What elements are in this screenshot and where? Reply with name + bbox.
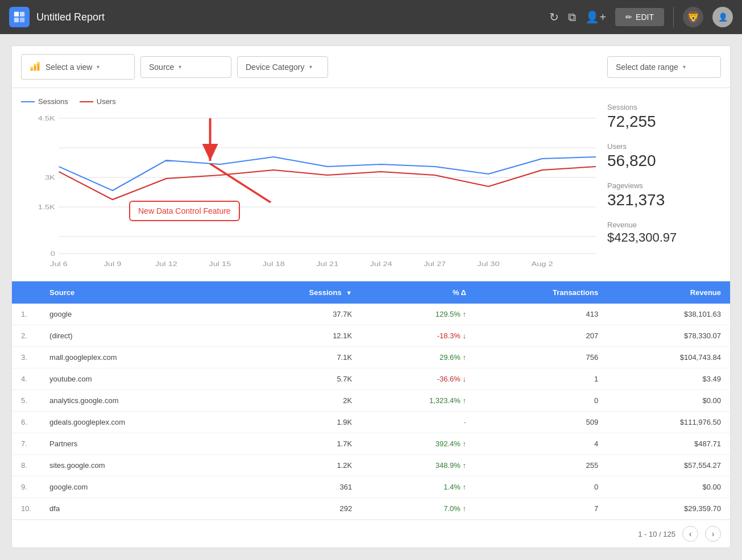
row-revenue: $38,101.63 bbox=[607, 304, 730, 325]
date-selector[interactable]: Select date range ▾ bbox=[607, 56, 721, 78]
row-num: 4. bbox=[12, 368, 40, 390]
row-transactions: 7 bbox=[475, 498, 607, 520]
row-delta: 1,323.4% ↑ bbox=[361, 390, 475, 412]
stat-revenue: Revenue $423,300.97 bbox=[607, 221, 721, 245]
svg-line-22 bbox=[210, 164, 271, 202]
row-source: (direct) bbox=[40, 325, 234, 347]
table-row: 7. Partners 1.7K 392.4% ↑ 4 $487.71 bbox=[12, 433, 730, 455]
col-sessions[interactable]: Sessions ▼ bbox=[234, 281, 361, 304]
copy-icon[interactable]: ⧉ bbox=[568, 11, 576, 24]
row-num: 6. bbox=[12, 412, 40, 433]
chevron-down-icon: ▾ bbox=[97, 64, 100, 70]
stat-users: Users 56,820 bbox=[607, 142, 721, 170]
row-source: mall.googleplex.com bbox=[40, 347, 234, 368]
col-source[interactable]: Source bbox=[40, 281, 234, 304]
row-revenue: $3.49 bbox=[607, 368, 730, 390]
row-num: 3. bbox=[12, 347, 40, 368]
svg-text:Jul 21: Jul 21 bbox=[316, 260, 338, 268]
app-logo bbox=[9, 7, 30, 27]
chart-legend: Sessions Users bbox=[21, 97, 596, 106]
source-label: Source bbox=[149, 63, 174, 72]
legend-users: Users bbox=[80, 97, 116, 106]
row-num: 9. bbox=[12, 476, 40, 498]
revenue-stat-value: $423,300.97 bbox=[607, 230, 721, 245]
row-num: 1. bbox=[12, 304, 40, 325]
svg-rect-2 bbox=[14, 18, 19, 22]
row-transactions: 509 bbox=[475, 412, 607, 433]
svg-text:Jul 30: Jul 30 bbox=[478, 260, 500, 268]
stats-panel: Sessions 72,255 Users 56,820 Pageviews 3… bbox=[607, 97, 721, 272]
source-selector[interactable]: Source ▾ bbox=[140, 56, 231, 78]
row-transactions: 756 bbox=[475, 347, 607, 368]
svg-text:0: 0 bbox=[51, 250, 55, 258]
edit-pencil-icon: ✏ bbox=[625, 13, 632, 22]
row-delta: 348.9% ↑ bbox=[361, 455, 475, 476]
filter-bar: Select a view ▾ Source ▾ Device Category… bbox=[12, 46, 730, 88]
table-row: 5. analytics.google.com 2K 1,323.4% ↑ 0 … bbox=[12, 390, 730, 412]
row-num: 2. bbox=[12, 325, 40, 347]
row-revenue: $487.71 bbox=[607, 433, 730, 455]
row-num: 5. bbox=[12, 390, 40, 412]
row-delta: -36.6% ↓ bbox=[361, 368, 475, 390]
device-selector[interactable]: Device Category ▾ bbox=[237, 56, 328, 78]
row-sessions: 37.7K bbox=[234, 304, 361, 325]
users-stat-value: 56,820 bbox=[607, 152, 721, 170]
pagination: 1 - 10 / 125 ‹ › bbox=[12, 520, 730, 547]
sessions-line-icon bbox=[21, 101, 35, 102]
row-source: google.com bbox=[40, 476, 234, 498]
row-source: analytics.google.com bbox=[40, 390, 234, 412]
next-page-button[interactable]: › bbox=[705, 526, 721, 542]
row-sessions: 2K bbox=[234, 390, 361, 412]
svg-rect-3 bbox=[20, 18, 24, 22]
row-source: sites.google.com bbox=[40, 455, 234, 476]
table-header-row: Source Sessions ▼ % Δ Transactions Reven… bbox=[12, 281, 730, 304]
page-title: Untitled Report bbox=[36, 11, 542, 23]
table-row: 8. sites.google.com 1.2K 348.9% ↑ 255 $5… bbox=[12, 455, 730, 476]
row-revenue: $78,330.07 bbox=[607, 325, 730, 347]
stat-sessions: Sessions 72,255 bbox=[607, 103, 721, 131]
svg-text:3K: 3K bbox=[45, 174, 55, 181]
col-transactions[interactable]: Transactions bbox=[475, 281, 607, 304]
svg-text:Jul 15: Jul 15 bbox=[209, 260, 231, 268]
refresh-icon[interactable]: ↻ bbox=[549, 10, 559, 24]
view-selector[interactable]: Select a view ▾ bbox=[21, 54, 135, 80]
row-transactions: 255 bbox=[475, 455, 607, 476]
svg-text:Aug 2: Aug 2 bbox=[531, 260, 553, 268]
data-table: Source Sessions ▼ % Δ Transactions Reven… bbox=[12, 281, 730, 520]
row-transactions: 207 bbox=[475, 325, 607, 347]
pageviews-stat-label: Pageviews bbox=[607, 181, 721, 190]
edit-button[interactable]: ✏ EDIT bbox=[615, 8, 664, 26]
legend-sessions: Sessions bbox=[21, 97, 68, 106]
row-source: google bbox=[40, 304, 234, 325]
svg-rect-0 bbox=[14, 12, 19, 16]
pageviews-stat-value: 321,373 bbox=[607, 191, 721, 209]
col-delta[interactable]: % Δ bbox=[361, 281, 475, 304]
app-header: Untitled Report ↻ ⧉ 👤+ ✏ EDIT 🦁 👤 bbox=[0, 0, 742, 34]
main-content: Select a view ▾ Source ▾ Device Category… bbox=[0, 34, 742, 559]
prev-page-button[interactable]: ‹ bbox=[682, 526, 698, 542]
svg-rect-9 bbox=[37, 62, 39, 64]
report-card: Select a view ▾ Source ▾ Device Category… bbox=[11, 45, 731, 548]
row-sessions: 1.2K bbox=[234, 455, 361, 476]
row-source: gdeals.googleplex.com bbox=[40, 412, 234, 433]
sort-icon: ▼ bbox=[346, 289, 352, 296]
avatar-ga[interactable]: 🦁 bbox=[683, 7, 703, 27]
row-num: 7. bbox=[12, 433, 40, 455]
row-sessions: 1.9K bbox=[234, 412, 361, 433]
col-revenue[interactable]: Revenue bbox=[607, 281, 730, 304]
row-transactions: 1 bbox=[475, 368, 607, 390]
sessions-stat-label: Sessions bbox=[607, 103, 721, 111]
row-revenue: $0.00 bbox=[607, 390, 730, 412]
avatar-user[interactable]: 👤 bbox=[712, 7, 733, 27]
users-legend-label: Users bbox=[97, 97, 116, 106]
row-transactions: 4 bbox=[475, 433, 607, 455]
row-sessions: 12.1K bbox=[234, 325, 361, 347]
svg-text:4.5K: 4.5K bbox=[38, 115, 56, 122]
row-sessions: 1.7K bbox=[234, 433, 361, 455]
table-row: 4. youtube.com 5.7K -36.6% ↓ 1 $3.49 bbox=[12, 368, 730, 390]
table-row: 2. (direct) 12.1K -18.3% ↓ 207 $78,330.0… bbox=[12, 325, 730, 347]
row-delta: 129.5% ↑ bbox=[361, 304, 475, 325]
table-row: 1. google 37.7K 129.5% ↑ 413 $38,101.63 bbox=[12, 304, 730, 325]
add-user-icon[interactable]: 👤+ bbox=[585, 10, 606, 24]
svg-text:Jul 24: Jul 24 bbox=[370, 260, 392, 268]
